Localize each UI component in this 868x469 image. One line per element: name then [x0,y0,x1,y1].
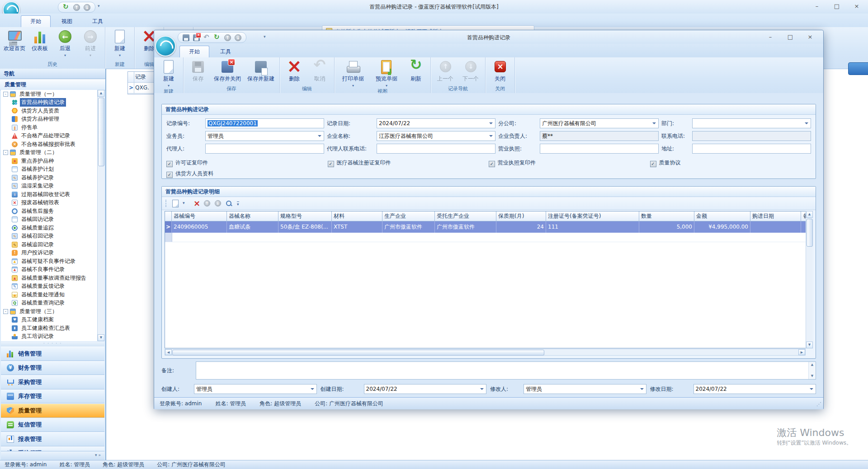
next-record-icon[interactable] [235,34,241,41]
license-input[interactable] [540,144,659,154]
record-no-input[interactable]: QXGJ2407220001 [205,118,324,128]
checkbox[interactable]: 供货方人员资料 [166,169,328,178]
tree-item[interactable]: 报废器械销毁表 [1,199,104,207]
qat-more-icon[interactable]: ▾ [98,4,100,8]
cell-spec-model[interactable]: 50条/盒 EZ-808(... [278,221,332,233]
creator-select[interactable]: 管理员 [194,384,317,394]
tree-item[interactable]: 器械养护计划 [1,165,104,174]
close-icon[interactable]: × [803,33,817,42]
tree-item[interactable]: 供货方品种管理 [1,115,104,124]
tree-item[interactable]: 器械质量查询记录 [1,299,104,308]
ribbon-button[interactable]: 预览单据 [370,58,403,88]
minimize-icon[interactable]: – [810,2,824,11]
grid-column-header[interactable]: 受托生产企业 [435,211,496,221]
grid-column-header[interactable]: 器械编号 [172,211,227,221]
module-nav-item[interactable]: 财务管理 [1,361,104,375]
tree-item[interactable]: 不合格产品处理记录 [1,132,104,141]
agent-input[interactable] [205,144,324,154]
dialog-tab[interactable]: 工具 [211,46,240,57]
scrollbar-thumb[interactable] [98,98,104,166]
cell-registration-no[interactable]: 111 [546,221,639,233]
agent-phone-input[interactable] [377,144,495,154]
main-tab[interactable]: 工具 [83,16,112,27]
grid-column-header[interactable]: 规格型号 [278,211,332,221]
cell-device-no[interactable]: 2409060005 [172,221,227,233]
tree-item[interactable]: 员工健康检查汇总表 [1,324,104,333]
module-nav-item[interactable]: 销售管理 [1,347,104,361]
save-close-icon[interactable] [193,34,200,41]
tree-item[interactable]: 不合格器械报损审批表 [1,140,104,149]
dialog-tab[interactable]: 开始 [179,46,209,57]
grid-column-header[interactable]: 材料 [332,211,382,221]
delete-row-icon[interactable] [193,200,200,207]
checkbox[interactable]: 医疗器械注册证复印件 [328,158,489,167]
grid-row-cell[interactable]: QXG. [134,83,154,94]
tree-item[interactable]: 停售单 [1,123,104,132]
checkbox[interactable]: 许可证复印件 [166,158,328,167]
dropdown-icon[interactable] [182,200,189,207]
tree-item[interactable]: 温湿采集记录 [1,182,104,191]
scrollbar-thumb[interactable] [172,350,544,356]
tree-item[interactable]: 器械养护记录 [1,174,104,182]
search-edit-icon[interactable] [225,200,233,207]
salesman-select[interactable]: 管理员 [205,131,324,141]
ribbon-button[interactable]: 保存并关闭 [211,58,244,85]
ribbon-button[interactable]: 取消 [307,58,332,85]
ribbon-button[interactable]: 关闭 [487,58,513,85]
tree-item[interactable]: 用户投诉记录 [1,249,104,258]
expander-icon[interactable] [3,309,8,314]
move-down-icon[interactable] [214,200,222,207]
cell-quantity[interactable]: 5,000 [639,221,694,233]
grid-column-header[interactable]: 购进日期 [750,211,801,221]
create-date-input[interactable]: 2024/07/22 [364,384,487,394]
modifier-select[interactable]: 管理员 [524,384,646,394]
checkbox[interactable]: 营业执照复印件 [489,158,650,167]
cell-entrusted-manufacturer[interactable]: 广州市傲蓝软件 [435,221,496,233]
tree-item[interactable]: 过期器械回收登记表 [1,190,104,199]
ribbon-button[interactable]: 后退 [52,28,78,61]
remark-scrollbar[interactable]: ▲▼ [808,362,816,379]
ribbon-button[interactable]: 刷新 [403,58,429,88]
undo-icon[interactable] [203,34,210,41]
scroll-down-icon[interactable]: ▼ [98,334,104,341]
scroll-up-icon[interactable]: ▲ [806,211,813,218]
tree-item[interactable]: 员工健康档案 [1,316,104,324]
scroll-right-icon[interactable]: ▶ [798,349,805,355]
ribbon-button[interactable]: 下一个 [458,58,483,85]
next-record-icon[interactable] [84,4,90,11]
sidebar-splitter[interactable]: · · · · · [1,342,104,347]
address-input[interactable] [692,144,811,154]
ribbon-button[interactable]: 仪表板 [27,28,52,61]
module-nav-item[interactable]: 短信管理 [1,418,104,432]
branch-select[interactable]: 广州医疗器械有限公司 [540,118,659,128]
save-icon[interactable] [183,34,189,41]
sidebar-overflow-strip[interactable]: ▾ » [1,451,104,459]
department-select[interactable] [692,118,811,128]
phone-input[interactable] [692,131,811,141]
prev-record-icon[interactable] [73,4,80,11]
prev-record-icon[interactable] [224,34,231,41]
tree-item[interactable]: 器械追回记录 [1,240,104,249]
maximize-icon[interactable]: □ [783,33,797,42]
tree-item[interactable]: 器械售后服务 [1,207,104,216]
tree-item[interactable]: 供货方人员资质 [1,107,104,115]
ribbon-button[interactable]: 前进 [78,28,103,61]
dialog-titlebar[interactable]: 首营品种购进记录 [154,30,823,44]
main-tab[interactable]: 开始 [21,15,51,27]
ribbon-button[interactable]: 打印单据 [336,58,370,88]
main-titlebar[interactable]: 首营品种购进记录 - 傲蓝医疗器械管理软件[试用版本] [0,0,868,14]
ribbon-button[interactable]: 保存 [185,58,211,85]
tree-item[interactable]: 器械回访记录 [1,216,104,224]
ribbon-button[interactable]: 新建 [156,58,181,88]
grid-column-header[interactable]: 注册证号(备案凭证号) [546,211,639,221]
tree-item[interactable]: 器械质量事故调查处理报告 [1,274,104,282]
grid-column-header[interactable]: 数量 [639,211,694,221]
qat-more-icon[interactable]: ▾ [264,34,266,39]
module-nav-item[interactable]: 质量管理 [1,403,104,418]
grid-empty-row[interactable] [165,233,812,242]
cell-purchase-date[interactable] [750,221,801,233]
modify-date-input[interactable]: 2024/07/22 [693,384,816,394]
scroll-left-icon[interactable]: ◀ [165,349,172,355]
ribbon-button[interactable]: 新建 [107,28,132,61]
module-nav-item[interactable]: 库存管理 [1,389,104,404]
